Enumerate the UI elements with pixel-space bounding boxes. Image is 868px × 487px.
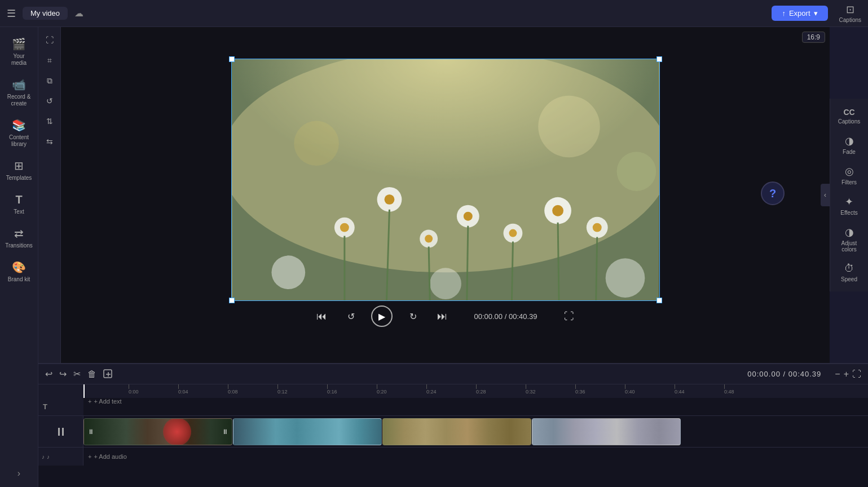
video-track-content[interactable]: ⏸ ⏸ [83, 416, 868, 447]
video-frame[interactable] [231, 59, 660, 301]
right-panel-speed[interactable]: ⏱ Speed [833, 259, 866, 286]
sidebar-collapse-button[interactable]: › [3, 466, 36, 481]
sidebar-item-transitions[interactable]: ⇄ Transitions [3, 222, 36, 254]
right-panel-effects[interactable]: ✦ Effects [833, 192, 866, 219]
fade-label: Fade [843, 149, 856, 155]
speed-label: Speed [841, 276, 857, 282]
svg-line-25 [596, 237, 597, 300]
skip-to-end-button[interactable]: ⏭ [433, 307, 451, 325]
right-panel-collapse-button[interactable]: ‹ [821, 184, 830, 206]
ruler-mark-48: 0:48 [724, 384, 734, 395]
main-area: 🎬 Your media 📹 Record &create 📚 Contentl… [0, 27, 868, 487]
project-name-tab[interactable]: My video [23, 7, 68, 20]
zoom-in-button[interactable]: + [844, 369, 849, 379]
svg-point-27 [538, 96, 600, 157]
add-text-icon: + [88, 398, 91, 405]
timeline-time-text: 00:00.00 / 00:40.39 [747, 370, 821, 378]
text-track-row: T + + Add text [38, 398, 868, 416]
adjust-colors-label: Adjust colors [841, 240, 857, 253]
video-clip-1[interactable]: ⏸ ⏸ [83, 418, 232, 445]
ruler-mark-36: 0:36 [575, 384, 585, 395]
sidebar-item-label-transitions: Transitions [5, 242, 33, 249]
timeline-ruler: 0:00 0:04 0:08 0:12 [38, 384, 868, 398]
add-audio-label: + Add audio [94, 453, 126, 460]
rewind-button[interactable]: ↺ [342, 307, 360, 325]
time-separator: / [505, 312, 509, 321]
sidebar-item-brand-kit[interactable]: 🎨 Brand kit [3, 256, 36, 287]
content-library-icon: 📚 [12, 118, 26, 132]
right-panel-adjust-colors[interactable]: ◑ Adjust colors [833, 223, 866, 256]
corner-handle-bl[interactable] [229, 298, 235, 303]
crop-tool-button[interactable]: ⌗ [41, 52, 58, 69]
skip-to-start-button[interactable]: ⏮ [312, 307, 331, 325]
sidebar-item-record-create[interactable]: 📹 Record &create [3, 73, 36, 112]
corner-handle-br[interactable] [656, 298, 662, 303]
play-button[interactable]: ▶ [371, 306, 393, 327]
timeline-time-display: 00:00.00 / 00:40.39 [747, 370, 821, 378]
svg-point-26 [294, 121, 339, 166]
aspect-ratio-badge[interactable]: 16:9 [802, 32, 825, 43]
rotate-tool-button[interactable]: ↺ [41, 92, 58, 109]
preview-fullscreen-button[interactable]: ⛶ [560, 307, 578, 325]
svg-point-28 [616, 152, 656, 191]
brand-kit-icon: 🎨 [12, 260, 26, 274]
timeline-expand-button[interactable]: ⛶ [852, 369, 861, 379]
add-text-label: + Add text [94, 398, 121, 405]
sidebar-item-templates[interactable]: ⊞ Templates [3, 154, 36, 186]
captions-panel-label: Captions [838, 118, 860, 125]
video-track-row: ⏸ ⏸ [38, 416, 868, 448]
right-panel-fade[interactable]: ◑ Fade [833, 131, 866, 158]
undo-button[interactable]: ↩ [45, 369, 52, 379]
timeline-section: ↩ ↪ ✂ 🗑 00:00.00 / 00:40.39 − + ⛶ [38, 363, 868, 487]
filters-label: Filters [841, 179, 857, 185]
add-clip-button[interactable] [103, 369, 113, 379]
hamburger-menu-icon[interactable]: ☰ [7, 7, 16, 20]
fullscreen-tool-button[interactable]: ⛶ [41, 32, 58, 48]
fast-forward-button[interactable]: ↻ [404, 307, 422, 325]
left-tool-panel: ⛶ ⌗ ⧉ ↺ ⇅ ⇆ [38, 27, 61, 363]
video-clip-4[interactable] [532, 418, 681, 445]
audio-track-content[interactable]: + + Add audio [83, 448, 868, 466]
effects-icon: ✦ [845, 196, 853, 208]
sidebar-item-label-content-library: Contentlibrary [9, 134, 29, 148]
delete-button[interactable]: 🗑 [87, 369, 96, 379]
video-preview-container: 16:9 ⏮ ↺ ▶ ↻ ⏭ 00:00.00 / 00:40.39 ⛶ [61, 27, 830, 363]
ruler-mark-8: 0:08 [228, 384, 238, 395]
center-right-area: ⛶ ⌗ ⧉ ↺ ⇅ ⇆ [38, 27, 868, 487]
sidebar-item-your-media[interactable]: 🎬 Your media [3, 33, 36, 71]
video-clip-2[interactable] [233, 418, 382, 445]
sidebar-item-content-library[interactable]: 📚 Contentlibrary [3, 114, 36, 152]
flip-vertical-tool-button[interactable]: ⇅ [41, 113, 58, 130]
right-panel-captions[interactable]: CC Captions [833, 104, 866, 128]
captions-label: Captions [839, 17, 861, 23]
video-content [232, 59, 659, 300]
add-text-button[interactable]: + + Add text [83, 398, 868, 405]
zoom-out-button[interactable]: − [835, 369, 840, 379]
pip-tool-button[interactable]: ⧉ [41, 72, 58, 89]
svg-point-7 [425, 235, 433, 243]
svg-point-15 [592, 223, 601, 232]
sidebar-item-label-record-create: Record &create [7, 94, 31, 107]
corner-handle-tl[interactable] [229, 56, 235, 62]
right-panel-filters[interactable]: ◎ Filters [833, 162, 866, 189]
sidebar-item-text[interactable]: T Text [3, 188, 36, 220]
redo-button[interactable]: ↪ [59, 369, 67, 379]
help-button[interactable]: ? [761, 181, 785, 205]
captions-panel-button[interactable]: ⊡ Captions [839, 3, 861, 23]
export-button[interactable]: ↑ Export ▾ [772, 6, 827, 21]
svg-line-21 [429, 246, 430, 300]
sidebar-item-label-your-media: Your media [6, 53, 32, 67]
audio-track-row: ♪ ♪ + + Add audio [38, 448, 868, 466]
svg-point-11 [509, 229, 517, 237]
add-audio-button[interactable]: + + Add audio [88, 453, 127, 460]
text-track-content[interactable]: + + Add text [83, 398, 868, 415]
flip-horizontal-tool-button[interactable]: ⇆ [41, 133, 58, 150]
captions-panel-icon: CC [843, 108, 854, 117]
corner-handle-tr[interactable] [656, 56, 662, 62]
right-panel: CC Captions ◑ Fade ◎ Filters ✦ Effects [830, 99, 868, 291]
templates-icon: ⊞ [14, 159, 24, 172]
cloud-save-icon[interactable]: ☁ [74, 8, 83, 19]
video-clip-3[interactable] [382, 418, 531, 445]
cut-button[interactable]: ✂ [73, 369, 81, 379]
audio-track-note-icon: ♪ [42, 454, 45, 460]
